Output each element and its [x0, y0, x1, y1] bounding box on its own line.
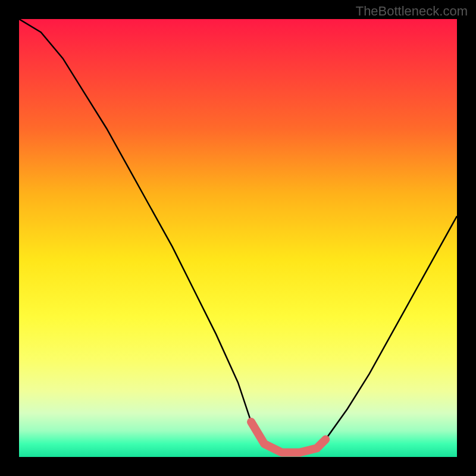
plot-area [19, 19, 457, 457]
chart-frame: TheBottleneck.com [0, 0, 476, 476]
bottleneck-curve [19, 19, 457, 453]
curve-svg [19, 19, 457, 457]
optimal-zone-marker [251, 422, 325, 453]
watermark-text: TheBottleneck.com [356, 4, 468, 19]
